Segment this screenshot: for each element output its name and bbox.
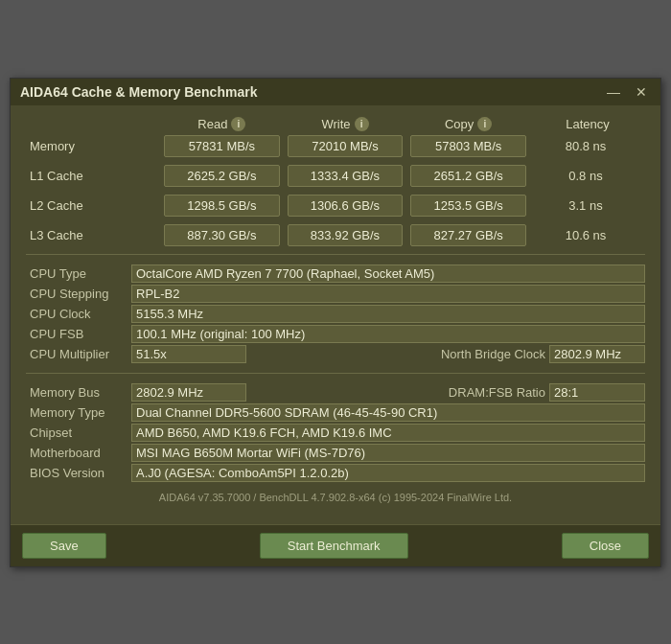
- l3-label: L3 Cache: [26, 228, 160, 242]
- chipset-row: Chipset AMD B650, AMD K19.6 FCH, AMD K19…: [26, 424, 645, 442]
- title-bar: AIDA64 Cache & Memory Benchmark — ✕: [11, 79, 660, 105]
- l2-write-value: 1306.6 GB/s: [288, 195, 404, 217]
- copy-column-header: Copy i: [406, 117, 530, 131]
- minimize-button[interactable]: —: [603, 85, 624, 99]
- bios-row: BIOS Version A.J0 (AGESA: ComboAm5PI 1.2…: [26, 464, 645, 482]
- l1-write-value: 1333.4 GB/s: [288, 165, 404, 187]
- cpu-clock-label: CPU Clock: [26, 305, 131, 323]
- cpu-fsb-value: 100.1 MHz (original: 100 MHz): [131, 325, 645, 343]
- cpu-stepping-value: RPL-B2: [131, 285, 645, 303]
- footer-text: AIDA64 v7.35.7000 / BenchDLL 4.7.902.8-x…: [26, 492, 645, 503]
- bench-row-memory: Memory 57831 MB/s 72010 MB/s 57803 MB/s …: [26, 135, 645, 157]
- dram-fsb-label: DRAM:FSB Ratio: [246, 383, 549, 402]
- bench-header: Read i Write i Copy i Latency: [26, 117, 645, 131]
- content-area: Read i Write i Copy i Latency Memory 578…: [11, 105, 660, 524]
- memory-type-value: Dual Channel DDR5-5600 SDRAM (46-45-45-9…: [131, 403, 645, 422]
- write-info-icon[interactable]: i: [355, 117, 369, 131]
- spec-table: CPU Type OctalCore AMD Ryzen 7 7700 (Rap…: [26, 263, 645, 365]
- memory-latency-value: 80.8 ns: [530, 139, 645, 153]
- l1-latency-value: 0.8 ns: [530, 169, 645, 183]
- close-button[interactable]: ✕: [632, 85, 651, 99]
- cpu-multiplier-row: CPU Multiplier 51.5x North Bridge Clock …: [26, 345, 645, 363]
- cpu-clock-row: CPU Clock 5155.3 MHz: [26, 305, 645, 323]
- save-button[interactable]: Save: [22, 533, 106, 559]
- cpu-fsb-label: CPU FSB: [26, 325, 131, 343]
- memory-read-value: 57831 MB/s: [164, 135, 280, 157]
- bench-row-l1: L1 Cache 2625.2 GB/s 1333.4 GB/s 2651.2 …: [26, 165, 645, 187]
- l3-copy-value: 827.27 GB/s: [410, 224, 526, 246]
- window-title: AIDA64 Cache & Memory Benchmark: [20, 84, 257, 100]
- divider-2: [26, 373, 645, 374]
- l1-read-value: 2625.2 GB/s: [164, 165, 280, 187]
- l2-label: L2 Cache: [26, 198, 160, 213]
- write-column-header: Write i: [284, 117, 407, 131]
- bios-value: A.J0 (AGESA: ComboAm5PI 1.2.0.2b): [131, 464, 645, 482]
- memory-copy-value: 57803 MB/s: [410, 135, 526, 157]
- cpu-stepping-row: CPU Stepping RPL-B2: [26, 285, 645, 303]
- cpu-fsb-row: CPU FSB 100.1 MHz (original: 100 MHz): [26, 325, 645, 343]
- chipset-label: Chipset: [26, 424, 131, 442]
- dram-fsb-value: 28:1: [549, 383, 645, 402]
- cpu-stepping-label: CPU Stepping: [26, 285, 131, 303]
- cpu-multiplier-label: CPU Multiplier: [26, 345, 131, 363]
- read-info-icon[interactable]: i: [231, 117, 245, 131]
- nb-clock-value: 2802.9 MHz: [549, 345, 645, 363]
- main-window: AIDA64 Cache & Memory Benchmark — ✕ Read…: [10, 78, 661, 567]
- bench-row-l2: L2 Cache 1298.5 GB/s 1306.6 GB/s 1253.5 …: [26, 195, 645, 217]
- l2-copy-value: 1253.5 GB/s: [410, 195, 526, 217]
- motherboard-value: MSI MAG B650M Mortar WiFi (MS-7D76): [131, 444, 645, 462]
- cpu-multiplier-value: 51.5x: [131, 345, 246, 363]
- l3-latency-value: 10.6 ns: [530, 228, 645, 242]
- l1-copy-value: 2651.2 GB/s: [410, 165, 526, 187]
- memory-bus-label: Memory Bus: [26, 383, 131, 402]
- copy-info-icon[interactable]: i: [477, 117, 492, 131]
- memory-type-row: Memory Type Dual Channel DDR5-5600 SDRAM…: [26, 403, 645, 422]
- l2-latency-value: 3.1 ns: [530, 198, 645, 213]
- divider-1: [26, 254, 645, 255]
- bench-row-l3: L3 Cache 887.30 GB/s 833.92 GB/s 827.27 …: [26, 224, 645, 246]
- spec-table-2: Memory Bus 2802.9 MHz DRAM:FSB Ratio 28:…: [26, 381, 645, 484]
- latency-column-header: Latency: [530, 117, 645, 131]
- close-window-button[interactable]: Close: [562, 533, 649, 559]
- cpu-type-row: CPU Type OctalCore AMD Ryzen 7 7700 (Rap…: [26, 264, 645, 283]
- memory-label: Memory: [26, 139, 160, 153]
- memory-bus-row: Memory Bus 2802.9 MHz DRAM:FSB Ratio 28:…: [26, 383, 645, 402]
- start-benchmark-button[interactable]: Start Benchmark: [260, 533, 408, 559]
- memory-bus-value: 2802.9 MHz: [131, 383, 246, 402]
- l1-label: L1 Cache: [26, 169, 160, 183]
- cpu-type-value: OctalCore AMD Ryzen 7 7700 (Raphael, Soc…: [131, 264, 645, 283]
- l3-write-value: 833.92 GB/s: [288, 224, 404, 246]
- l3-read-value: 887.30 GB/s: [164, 224, 280, 246]
- l2-read-value: 1298.5 GB/s: [164, 195, 280, 217]
- read-column-header: Read i: [160, 117, 284, 131]
- memory-write-value: 72010 MB/s: [288, 135, 404, 157]
- motherboard-row: Motherboard MSI MAG B650M Mortar WiFi (M…: [26, 444, 645, 462]
- title-bar-buttons: — ✕: [603, 85, 651, 99]
- bios-label: BIOS Version: [26, 464, 131, 482]
- nb-clock-label: North Bridge Clock: [246, 345, 549, 363]
- cpu-type-label: CPU Type: [26, 264, 131, 283]
- cpu-clock-value: 5155.3 MHz: [131, 305, 645, 323]
- memory-type-label: Memory Type: [26, 403, 131, 422]
- chipset-value: AMD B650, AMD K19.6 FCH, AMD K19.6 IMC: [131, 424, 645, 442]
- bottom-bar: Save Start Benchmark Close: [11, 524, 660, 566]
- motherboard-label: Motherboard: [26, 444, 131, 462]
